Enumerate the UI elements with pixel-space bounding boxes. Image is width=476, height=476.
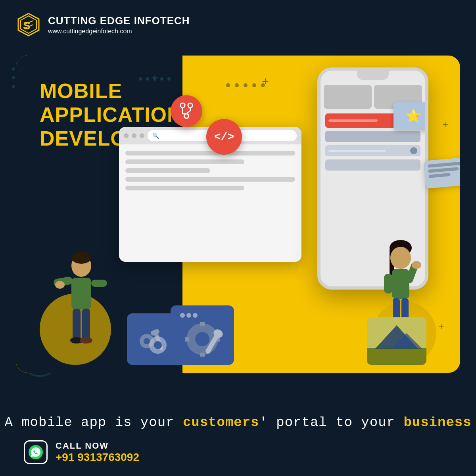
svg-point-17: [184, 114, 189, 119]
float-card: [423, 156, 460, 188]
svg-rect-54: [367, 348, 426, 365]
content-line-4: [125, 177, 295, 182]
svg-text:S: S: [23, 19, 31, 32]
call-info: CALL NOW +91 9313763092: [56, 441, 139, 464]
header: S CUTTING EDGE INFOTECH www.cuttingedgei…: [16, 12, 190, 38]
whatsapp-icon[interactable]: [24, 440, 48, 464]
phone-gray-bar-2: [325, 145, 420, 156]
content-line-3: [125, 168, 210, 173]
svg-rect-46: [185, 337, 189, 342]
phone-gray-bar-3: [325, 159, 420, 171]
svg-point-39: [180, 313, 185, 318]
svg-point-40: [186, 313, 191, 318]
content-line-5: [125, 186, 244, 190]
git-badge: [171, 95, 202, 127]
svg-point-14: [71, 252, 91, 264]
code-badge: </>: [206, 119, 242, 155]
content-line-1: [125, 151, 295, 155]
svg-point-12: [80, 337, 92, 344]
svg-point-16: [188, 103, 193, 108]
tool-box-large: [171, 305, 234, 365]
svg-point-38: [154, 341, 162, 349]
browser-dot-3: [140, 133, 144, 138]
svg-rect-44: [200, 322, 205, 326]
content-line-2: [125, 159, 244, 164]
phone-gray-bar-1: [325, 131, 420, 142]
svg-point-34: [144, 338, 150, 344]
phone-number: +91 9313763092: [56, 451, 139, 464]
tagline-business: business: [403, 415, 471, 430]
phone-star-card: ⭐: [393, 102, 428, 130]
svg-point-41: [193, 313, 198, 318]
svg-point-32: [412, 261, 421, 269]
page-wrapper: S CUTTING EDGE INFOTECH www.cuttingedgei…: [0, 0, 476, 476]
svg-rect-27: [384, 274, 393, 294]
svg-point-15: [180, 103, 185, 108]
company-name: CUTTING EDGE INFOTECH: [48, 15, 190, 27]
main-illustration-card: MOBILE APPLICATION DEVELOPMENT +: [16, 56, 460, 373]
cta-section: CALL NOW +91 9313763092: [24, 440, 139, 464]
svg-rect-6: [71, 278, 91, 309]
browser-body: [119, 144, 301, 197]
float-line-1: [428, 161, 460, 168]
svg-rect-10: [82, 309, 90, 340]
tagline-customers: customers: [183, 415, 259, 430]
plus-icon-1: +: [262, 75, 269, 89]
dots-yellow-area: [226, 83, 265, 87]
browser-dot-1: [124, 133, 129, 138]
plus-icon-2: +: [442, 119, 448, 131]
tagline-text: A mobile app is your customers' portal t…: [0, 413, 476, 432]
character-left-svg: [40, 226, 123, 373]
svg-point-24: [390, 247, 411, 269]
browser-dot-2: [132, 133, 136, 138]
search-icon: 🔍: [152, 132, 159, 139]
landscape-image-box: [367, 317, 426, 365]
company-logo-icon: S: [16, 12, 42, 38]
svg-point-43: [195, 332, 209, 346]
company-info: CUTTING EDGE INFOTECH www.cuttingedgeinf…: [48, 15, 190, 35]
svg-rect-25: [392, 269, 409, 299]
star-icon: ⭐: [405, 108, 421, 124]
float-line-3: [428, 173, 450, 178]
code-icon: </>: [214, 131, 234, 143]
company-url: www.cuttingedgeinfotech.com: [48, 28, 190, 35]
bar-dot-blue: [410, 147, 417, 154]
phone-notch: [357, 71, 389, 80]
tagline-section: A mobile app is your customers' portal t…: [0, 413, 476, 432]
plus-icon-dark: +: [151, 71, 159, 86]
svg-rect-8: [91, 280, 107, 287]
call-now-label: CALL NOW: [56, 441, 139, 451]
svg-rect-9: [73, 309, 81, 340]
phone-box-1: [324, 85, 372, 109]
svg-point-13: [55, 281, 65, 289]
svg-rect-45: [200, 353, 205, 357]
svg-line-21: [186, 111, 190, 114]
float-line-2: [428, 167, 459, 173]
